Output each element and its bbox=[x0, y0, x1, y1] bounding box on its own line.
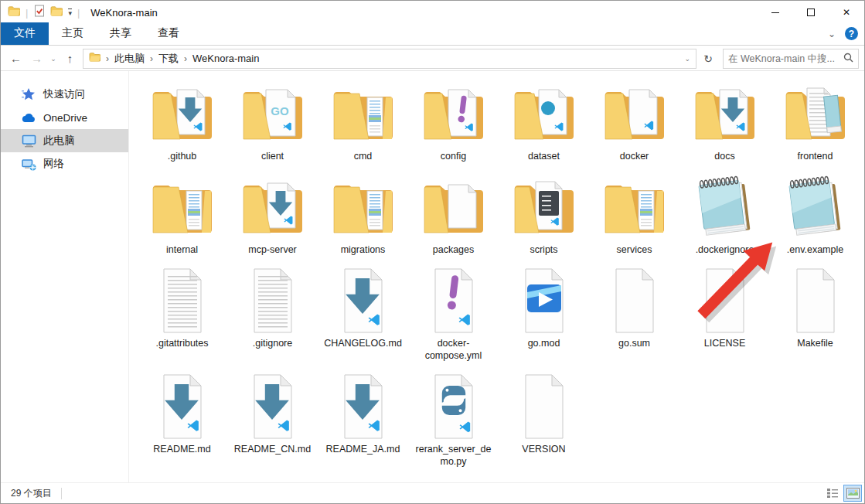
navigation-pane: 快速访问OneDrive此电脑网络 bbox=[1, 71, 129, 482]
breadcrumb-separator: › bbox=[184, 53, 187, 64]
file-item[interactable]: Makefile bbox=[770, 262, 860, 368]
ribbon-tab-home[interactable]: 主页 bbox=[49, 22, 97, 45]
sidebar-item-label: 快速访问 bbox=[43, 87, 85, 101]
file-item[interactable]: .env.example bbox=[770, 169, 860, 262]
file-item[interactable]: README_CN.md bbox=[227, 368, 318, 474]
window-title: WeKnora-main bbox=[90, 7, 157, 19]
file-item[interactable]: go.mod bbox=[499, 262, 589, 368]
file-item[interactable]: scripts bbox=[499, 169, 589, 262]
file-name: .dockerignore bbox=[696, 243, 754, 256]
file-item[interactable]: frontend bbox=[770, 75, 860, 169]
file-item[interactable]: .gitignore bbox=[227, 262, 318, 368]
breadcrumb-folder-icon bbox=[89, 51, 100, 66]
file-item[interactable]: migrations bbox=[318, 169, 408, 262]
file-item[interactable]: dataset bbox=[499, 75, 589, 169]
file-name: scripts bbox=[530, 243, 557, 256]
sidebar-item-label: OneDrive bbox=[43, 112, 87, 124]
network-computer-icon bbox=[21, 158, 36, 171]
file-item[interactable]: packages bbox=[408, 169, 499, 262]
breadcrumb-item[interactable]: 下载 bbox=[158, 52, 179, 66]
file-name: docs bbox=[714, 150, 734, 162]
file-name: client bbox=[261, 150, 284, 162]
thumbnail-view-button[interactable] bbox=[843, 485, 862, 502]
file-name: LICENSE bbox=[704, 337, 746, 349]
doc-arrow-icon bbox=[237, 371, 308, 442]
file-item[interactable]: docs bbox=[679, 75, 770, 169]
file-name: .env.example bbox=[787, 243, 843, 256]
refresh-button[interactable]: ↻ bbox=[700, 49, 717, 69]
search-box[interactable] bbox=[723, 49, 859, 69]
file-item[interactable]: rerank_server_demo.py bbox=[408, 368, 499, 474]
file-item[interactable]: CHANGELOG.md bbox=[318, 262, 408, 368]
file-item[interactable]: cmd bbox=[318, 75, 408, 169]
doc-blank-icon bbox=[690, 265, 761, 336]
up-button[interactable]: ↑ bbox=[60, 49, 80, 69]
close-button[interactable]: ✕ bbox=[829, 1, 864, 24]
properties-check-icon[interactable] bbox=[33, 5, 45, 20]
file-item[interactable]: internal bbox=[137, 169, 227, 262]
breadcrumb: 此电脑›下载›WeKnora-main bbox=[114, 52, 259, 66]
file-name: mcp-server bbox=[248, 243, 297, 256]
forward-button[interactable]: → bbox=[27, 49, 46, 69]
sidebar-item-快速访问[interactable]: 快速访问 bbox=[1, 83, 128, 106]
breadcrumb-separator: › bbox=[150, 53, 153, 64]
ribbon-tab-bar: 文件主页共享查看 ⌄ ? bbox=[1, 24, 864, 46]
file-item[interactable]: VERSION bbox=[499, 368, 589, 474]
file-name: README_CN.md bbox=[234, 443, 311, 455]
ribbon-tab-share[interactable]: 共享 bbox=[97, 22, 145, 45]
ribbon-collapse-icon[interactable]: ⌄ bbox=[828, 30, 836, 38]
ribbon-tab-file[interactable]: 文件 bbox=[1, 22, 49, 45]
breadcrumb-item[interactable]: 此电脑 bbox=[114, 52, 145, 66]
folder-files-icon bbox=[328, 172, 399, 243]
file-name: CHANGELOG.md bbox=[324, 337, 402, 349]
search-input[interactable] bbox=[728, 53, 843, 64]
doc-media-icon bbox=[509, 265, 580, 336]
file-item[interactable]: LICENSE bbox=[679, 262, 770, 368]
file-name: .gitignore bbox=[253, 337, 292, 349]
onedrive-cloud-icon bbox=[21, 112, 36, 124]
minimize-button[interactable] bbox=[758, 1, 793, 24]
search-icon bbox=[843, 52, 853, 66]
folder-go-icon: GO bbox=[237, 78, 308, 149]
file-item[interactable]: config bbox=[408, 75, 499, 169]
file-item[interactable]: GOclient bbox=[227, 75, 318, 169]
folder-files-icon bbox=[147, 172, 218, 243]
toolbar-dropdown-icon[interactable]: ▾ bbox=[68, 9, 72, 16]
file-name: Makefile bbox=[797, 337, 833, 349]
doc-python-icon bbox=[418, 371, 489, 442]
folder-terminal-icon bbox=[509, 172, 580, 243]
folder-arrow-icon bbox=[690, 78, 761, 149]
folder-arrow-icon bbox=[237, 172, 308, 243]
notepad-icon bbox=[690, 172, 761, 243]
details-view-button[interactable] bbox=[823, 485, 842, 502]
file-name: .gitattributes bbox=[155, 337, 208, 349]
file-item[interactable]: docker bbox=[589, 75, 679, 169]
file-list-area: .githubGOclientcmdconfigdatasetdockerdoc… bbox=[129, 71, 864, 482]
ribbon-tab-view[interactable]: 查看 bbox=[145, 22, 192, 45]
file-item[interactable]: .dockerignore bbox=[679, 169, 770, 262]
file-item[interactable]: go.sum bbox=[589, 262, 679, 368]
file-name: config bbox=[441, 150, 466, 162]
file-item[interactable]: mcp-server bbox=[227, 169, 318, 262]
doc-blank-icon bbox=[780, 265, 851, 336]
file-item[interactable]: .github bbox=[137, 75, 227, 169]
recent-locations-icon[interactable]: ⌄ bbox=[48, 49, 59, 69]
help-icon[interactable]: ? bbox=[845, 27, 858, 40]
file-item[interactable]: services bbox=[589, 169, 679, 262]
sidebar-item-网络[interactable]: 网络 bbox=[1, 152, 128, 175]
folder-excl-icon bbox=[418, 78, 489, 149]
address-bar[interactable]: › 此电脑›下载›WeKnora-main ⌄ bbox=[83, 49, 696, 69]
sidebar-item-onedrive[interactable]: OneDrive bbox=[1, 106, 128, 129]
maximize-button[interactable] bbox=[793, 1, 829, 24]
file-item[interactable]: README_JA.md bbox=[318, 368, 408, 474]
folder-arrow-icon bbox=[147, 78, 218, 149]
address-dropdown-icon[interactable]: ⌄ bbox=[684, 55, 690, 63]
back-button[interactable]: ← bbox=[6, 49, 26, 69]
file-item[interactable]: docker-compose.yml bbox=[408, 262, 499, 368]
status-bar: 29 个项目 bbox=[1, 482, 864, 503]
quick-folder-icon[interactable] bbox=[50, 5, 63, 20]
breadcrumb-item[interactable]: WeKnora-main bbox=[192, 53, 259, 64]
sidebar-item-此电脑[interactable]: 此电脑 bbox=[1, 129, 128, 152]
file-item[interactable]: README.md bbox=[137, 368, 227, 474]
file-item[interactable]: .gitattributes bbox=[137, 262, 227, 368]
